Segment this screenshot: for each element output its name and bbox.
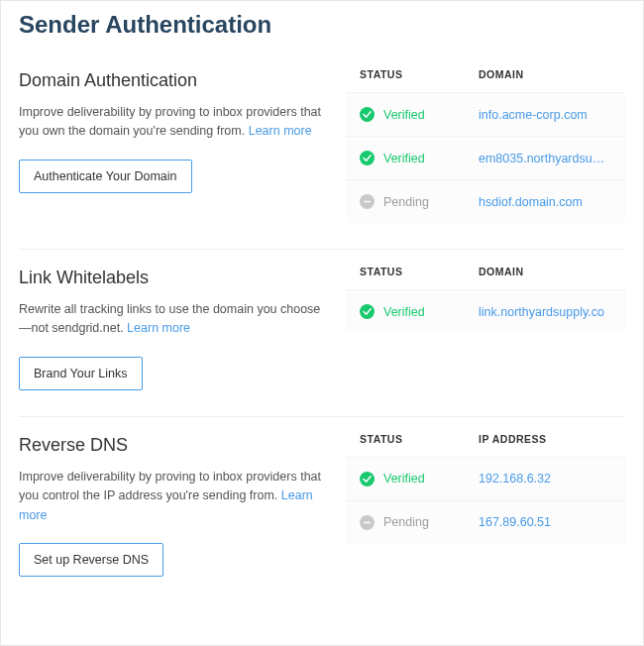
section-title: Domain Authentication	[19, 70, 328, 91]
status-cell: Verified	[360, 151, 479, 165]
section-description: Rewrite all tracking links to use the do…	[19, 300, 328, 339]
table-row: Verified em8035.northyardsupply.co	[346, 136, 625, 179]
column-header-status: STATUS	[360, 266, 479, 277]
check-icon	[360, 107, 375, 122]
table-row: Verified 192.168.6.32	[346, 457, 625, 500]
table-header-row: STATUS IP ADDRESS	[346, 427, 625, 457]
domain-link[interactable]: em8035.northyardsupply.co	[479, 152, 611, 165]
section-table: STATUS IP ADDRESS Verified 192.168.6.32 …	[346, 427, 625, 577]
domain-link[interactable]: hsdiof.domain.com	[479, 195, 611, 209]
section-left: Link Whitelabels Rewrite all tracking li…	[19, 260, 346, 390]
table-row: Verified info.acme-corp.com	[346, 92, 625, 136]
column-header-domain: DOMAIN	[479, 68, 611, 80]
section-link-whitelabels: Link Whitelabels Rewrite all tracking li…	[19, 250, 625, 417]
dash-icon	[360, 515, 375, 530]
ip-link[interactable]: 167.89.60.51	[479, 515, 611, 529]
section-left: Domain Authentication Improve deliverabi…	[19, 62, 346, 223]
section-table: STATUS DOMAIN Verified info.acme-corp.co…	[346, 62, 625, 223]
check-icon	[360, 472, 375, 486]
dash-icon	[360, 194, 375, 209]
check-icon	[360, 151, 375, 165]
section-reverse-dns: Reverse DNS Improve deliverability by pr…	[19, 417, 625, 602]
section-description-text: Improve deliverability by proving to inb…	[19, 470, 321, 502]
table-header-row: STATUS DOMAIN	[346, 260, 625, 289]
brand-your-links-button[interactable]: Brand Your Links	[19, 357, 143, 390]
column-header-status: STATUS	[360, 433, 479, 445]
section-domain-authentication: Domain Authentication Improve deliverabi…	[19, 53, 625, 250]
status-text: Verified	[383, 152, 425, 165]
status-cell: Verified	[360, 304, 479, 319]
section-left: Reverse DNS Improve deliverability by pr…	[19, 427, 346, 577]
status-text: Pending	[383, 515, 429, 529]
status-text: Verified	[383, 305, 425, 319]
sender-auth-panel: Sender Authentication Domain Authenticat…	[0, 0, 644, 646]
page-title: Sender Authentication	[19, 11, 625, 39]
column-header-ip: IP ADDRESS	[479, 433, 611, 445]
authenticate-your-domain-button[interactable]: Authenticate Your Domain	[19, 160, 192, 193]
status-cell: Verified	[360, 472, 479, 486]
domain-link[interactable]: link.northyardsupply.co	[479, 305, 611, 319]
status-cell: Pending	[360, 515, 479, 530]
section-title: Link Whitelabels	[19, 268, 328, 288]
status-text: Verified	[383, 108, 425, 122]
section-description: Improve deliverability by proving to inb…	[19, 468, 328, 525]
ip-link[interactable]: 192.168.6.32	[479, 472, 611, 485]
status-text: Pending	[383, 195, 429, 209]
domain-link[interactable]: info.acme-corp.com	[479, 108, 611, 122]
section-title: Reverse DNS	[19, 435, 328, 456]
learn-more-link[interactable]: Learn more	[127, 321, 190, 335]
column-header-domain: DOMAIN	[479, 266, 611, 277]
status-cell: Pending	[360, 194, 479, 209]
table-row: Pending 167.89.60.51	[346, 500, 625, 544]
learn-more-link[interactable]: Learn more	[249, 124, 312, 138]
table-row: Verified link.northyardsupply.co	[346, 289, 625, 333]
set-up-reverse-dns-button[interactable]: Set up Reverse DNS	[19, 543, 163, 577]
column-header-status: STATUS	[360, 68, 479, 80]
section-table: STATUS DOMAIN Verified link.northyardsup…	[346, 260, 625, 390]
section-description: Improve deliverability by proving to inb…	[19, 103, 328, 142]
table-row: Pending hsdiof.domain.com	[346, 179, 625, 223]
status-text: Verified	[383, 472, 425, 485]
status-cell: Verified	[360, 107, 479, 122]
check-icon	[360, 304, 375, 319]
table-header-row: STATUS DOMAIN	[346, 62, 625, 92]
